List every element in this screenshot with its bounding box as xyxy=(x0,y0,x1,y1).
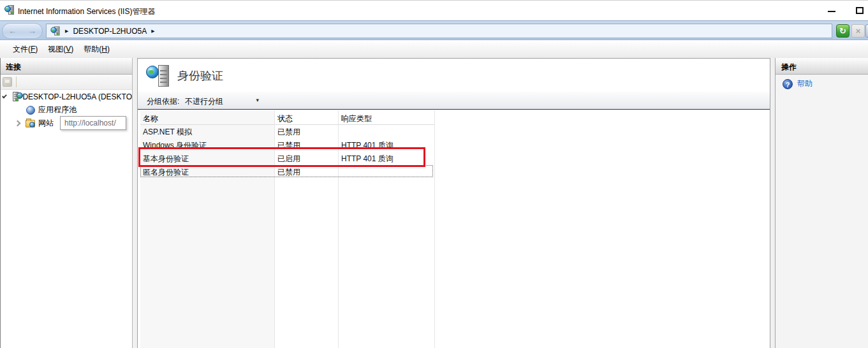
chevron-down-icon: ▾ xyxy=(256,97,259,103)
page-title: 身份验证 xyxy=(177,68,223,83)
highlight-annotation xyxy=(138,147,425,167)
window-title: Internet Information Services (IIS)管理器 xyxy=(18,6,155,17)
group-by-value: 不进行分组 xyxy=(185,96,223,107)
breadcrumb-node[interactable]: DESKTOP-L2HUO5A xyxy=(73,27,147,36)
tree-item-label: DESKTOP-L2HUO5A (DESKTO xyxy=(22,92,132,101)
list-header-row: 名称 ˆ 状态 响应类型 xyxy=(140,111,434,125)
menu-view[interactable]: 视图(V) xyxy=(43,42,78,57)
help-item[interactable]: ? 帮助 xyxy=(783,78,813,89)
tree-item-label: 应用程序池 xyxy=(38,105,77,115)
feature-view-panel: 身份验证 分组依据: 不进行分组 ▾ 名称 ˆ 状态 响应类型 ASP.NET … xyxy=(137,58,770,348)
clipped-toolbar-icon[interactable] xyxy=(865,24,868,38)
app-icon xyxy=(4,5,15,15)
menu-help[interactable]: 帮助(H) xyxy=(78,42,115,57)
save-connection-icon xyxy=(3,77,12,87)
column-header-response[interactable]: 响应类型 xyxy=(341,113,372,124)
column-header-name[interactable]: 名称 xyxy=(143,113,158,124)
server-node-icon xyxy=(17,92,20,102)
stop-button: × xyxy=(851,24,865,38)
navigation-pill: ← → xyxy=(2,23,43,39)
feature-list: 名称 ˆ 状态 响应类型 ASP.NET 模拟 已禁用 Windows 身份验证… xyxy=(138,110,770,348)
title-bar: Internet Information Services (IIS)管理器 xyxy=(0,1,868,20)
help-icon: ? xyxy=(783,79,793,89)
group-by-label: 分组依据: xyxy=(147,96,179,107)
iis-manager-window: Internet Information Services (IIS)管理器 ←… xyxy=(0,0,868,348)
chevron-down-icon[interactable] xyxy=(2,93,6,98)
list-row-aspnet-impersonation[interactable]: ASP.NET 模拟 已禁用 xyxy=(140,125,770,138)
authentication-feature-icon xyxy=(146,64,170,89)
group-by-select[interactable]: 不进行分组 ▾ xyxy=(181,94,263,107)
app-pools-icon xyxy=(26,106,35,115)
maximize-icon xyxy=(856,7,864,14)
tree-item-app-pools[interactable]: 应用程序池 xyxy=(0,103,132,117)
breadcrumb-arrow-icon[interactable]: ▶ xyxy=(151,29,154,34)
tree-item-label: 网站 xyxy=(38,118,54,129)
help-link[interactable]: 帮助 xyxy=(797,78,813,89)
connections-toolbar xyxy=(0,75,132,90)
minimize-icon xyxy=(828,11,835,12)
column-header-status[interactable]: 状态 xyxy=(277,113,293,124)
breadcrumb[interactable]: ▶ DESKTOP-L2HUO5A ▶ xyxy=(46,24,832,38)
tooltip: http://localhost/ xyxy=(60,116,126,130)
sites-icon xyxy=(26,120,35,127)
actions-panel: 操作 ? 帮助 xyxy=(775,58,868,348)
forward-button[interactable]: → xyxy=(28,26,36,36)
menu-file[interactable]: 文件(F) xyxy=(8,42,43,57)
connections-panel: 连接 DESKTOP-L2HUO5A (DESKTO 应用程序池 网站 xyxy=(0,58,133,348)
toolbar-separator xyxy=(16,76,17,87)
minimize-button[interactable] xyxy=(827,6,838,16)
tree-item-server[interactable]: DESKTOP-L2HUO5A (DESKTO xyxy=(0,90,132,103)
maximize-button[interactable] xyxy=(855,6,866,16)
actions-header: 操作 xyxy=(776,58,868,75)
window-border xyxy=(0,58,1,348)
refresh-button[interactable]: ↻ xyxy=(836,24,850,38)
connections-header: 连接 xyxy=(0,58,132,75)
sort-ascending-icon: ˆ xyxy=(212,108,214,115)
address-bar: ← → ▶ DESKTOP-L2HUO5A ▶ ↻ × xyxy=(0,20,868,40)
group-by-toolbar: 分组依据: 不进行分组 ▾ xyxy=(138,92,770,110)
breadcrumb-arrow-icon[interactable]: ▶ xyxy=(65,29,68,34)
menu-bar: 文件(F) 视图(V) 帮助(H) xyxy=(0,40,868,58)
server-node-icon xyxy=(50,26,60,36)
back-button[interactable]: ← xyxy=(8,26,17,36)
chevron-right-icon[interactable] xyxy=(15,120,21,127)
